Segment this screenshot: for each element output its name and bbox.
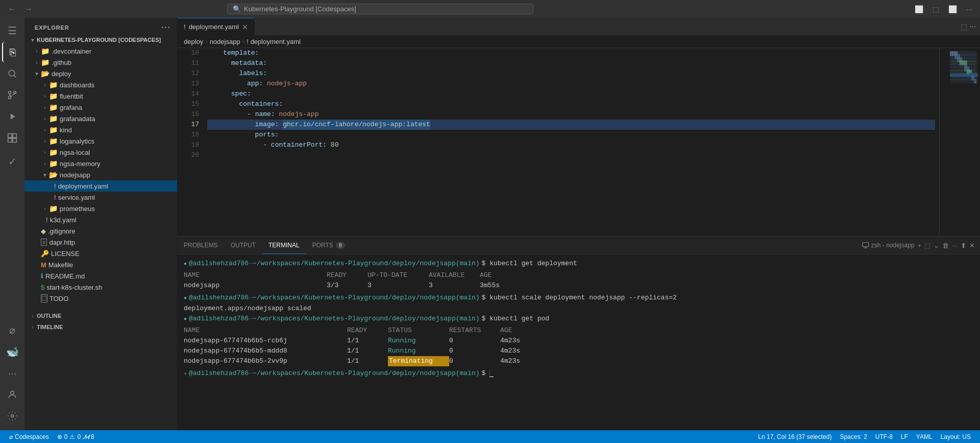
sidebar-item-dapr-http[interactable]: ≡ dapr.http xyxy=(24,237,177,248)
sidebar-item-makefile[interactable]: M Makefile xyxy=(24,259,177,270)
errors-count: 0 xyxy=(64,433,68,440)
nodejsapp-arrow-icon: ▼ xyxy=(41,172,49,178)
svg-rect-11 xyxy=(863,243,869,247)
terminal-more-button[interactable]: ··· xyxy=(952,242,958,249)
sidebar-item-grafana[interactable]: › 📁 grafana xyxy=(24,102,177,113)
run-debug-activity-button[interactable] xyxy=(2,106,22,127)
line-numbers: 10 11 12 13 14 15 16 17 18 19 20 xyxy=(178,48,203,236)
back-button[interactable]: ← xyxy=(5,4,19,15)
loganalytics-label: loganalytics xyxy=(60,137,94,145)
term-path-2: ~/workspaces/Kubernetes-Playground/deplo… xyxy=(253,293,456,303)
sidebar-item-loganalytics[interactable]: › 📁 loganalytics xyxy=(24,135,177,147)
tab-deployment-yaml[interactable]: ! deployment.yaml ✕ xyxy=(178,18,255,35)
sidebar-item-service-yaml[interactable]: ! service.yaml xyxy=(24,192,177,203)
split-editor-button[interactable]: ⬜ xyxy=(946,4,960,15)
terminal-content[interactable]: ● @adilshehzad786 → ~/workspaces/Kuberne… xyxy=(178,254,980,430)
sidebar-item-start-k8s[interactable]: $ start-k8s-cluster.sh xyxy=(24,282,177,293)
more-actions-button[interactable]: ··· xyxy=(964,4,975,15)
sidebar-item-ngsa-memory[interactable]: › 📁 ngsa-memory xyxy=(24,158,177,169)
codespaces-icon: ⌀ xyxy=(9,433,13,440)
tab-ports[interactable]: PORTS 8 xyxy=(306,237,352,254)
folder-icon: 📁 xyxy=(41,47,50,55)
pod-name-2: nodejsapp-677474b6b5-mddd8 xyxy=(184,346,347,356)
more-activity-button[interactable]: ··· xyxy=(2,363,22,383)
menu-activity-button[interactable]: ☰ xyxy=(2,20,22,41)
status-right: Ln 17, Col 16 (37 selected) Spaces: 2 UT… xyxy=(754,433,975,440)
status-spaces[interactable]: Spaces: 2 xyxy=(836,433,871,440)
sidebar-item-github[interactable]: › 📁 .github xyxy=(24,57,177,68)
tab-problems[interactable]: PROBLEMS xyxy=(178,237,225,254)
start-k8s-label: start-k8s-cluster.sh xyxy=(46,284,102,291)
terminal-instance-label: zsh - nodejsapp xyxy=(871,242,915,249)
terminal-final-prompt: ● @adilshehzad786 → ~/workspaces/Kuberne… xyxy=(184,368,974,379)
terminal-dropdown-button[interactable]: ⌄ xyxy=(934,242,939,249)
tab-output[interactable]: OUTPUT xyxy=(225,237,262,254)
term-arrow-3: → xyxy=(249,314,253,324)
panel-controls: zsh - nodejsapp + ⬚ ⌄ 🗑 ··· ⬆ ✕ xyxy=(862,242,980,249)
sidebar-item-kind[interactable]: › 📁 kind xyxy=(24,124,177,135)
code-content[interactable]: template: metadata: labels: app: nodejs-… xyxy=(203,48,939,236)
tab-more-button[interactable]: ··· xyxy=(969,22,976,31)
pod-restarts-3: 0 xyxy=(449,356,500,366)
sidebar-item-devcontainer[interactable]: › 📁 .devcontainer xyxy=(24,45,177,57)
tab-label: deployment.yaml xyxy=(189,23,239,31)
title-bar-right: ⬜ ⬚ ⬜ ··· xyxy=(912,4,975,15)
split-editor-button[interactable]: ⬚ xyxy=(961,22,967,31)
status-cursor[interactable]: Ln 17, Col 16 (37 selected) xyxy=(754,433,836,440)
sidebar-item-outline[interactable]: › OUTLINE xyxy=(24,310,177,321)
sidebar-item-license[interactable]: 🔑 LICENSE xyxy=(24,248,177,259)
settings-activity-button[interactable] xyxy=(2,406,22,426)
terminal-delete-button[interactable]: 🗑 xyxy=(942,242,949,249)
sidebar-more-button[interactable]: ··· xyxy=(161,23,171,32)
breadcrumb-deploy[interactable]: deploy xyxy=(184,38,203,45)
status-codespaces[interactable]: ⌀ Codespaces xyxy=(5,430,53,443)
terminal-icon xyxy=(862,242,869,249)
sidebar-item-readme[interactable]: ℹ README.md xyxy=(24,270,177,282)
breadcrumb-deployment-yaml[interactable]: deployment.yaml xyxy=(251,38,301,45)
add-terminal-button[interactable]: + xyxy=(918,242,922,249)
sidebar-item-dashboards[interactable]: › 📁 dashboards xyxy=(24,79,177,90)
account-activity-button[interactable] xyxy=(2,384,22,405)
layout-button[interactable]: ⬚ xyxy=(930,4,942,15)
service-yaml-warn-icon: ! xyxy=(54,194,56,201)
source-control-activity-button[interactable] xyxy=(2,85,22,105)
status-line-ending[interactable]: LF xyxy=(897,433,912,440)
sidebar-item-k3d-yaml[interactable]: ! k3d.yaml xyxy=(24,214,177,225)
sidebar-item-deploy[interactable]: ▼ 📂 deploy xyxy=(24,68,177,79)
nodejsapp-label: nodejsapp xyxy=(60,171,90,179)
check-activity-button[interactable]: ✓ xyxy=(2,151,22,172)
search-activity-button[interactable] xyxy=(2,63,22,84)
docker-activity-button[interactable]: 🐋 xyxy=(2,341,22,362)
status-encoding[interactable]: UTF-8 xyxy=(871,433,897,440)
terminal-close-button[interactable]: ✕ xyxy=(969,242,975,249)
folder-icon: 📁 xyxy=(49,159,58,168)
search-bar[interactable]: 🔍 Kubernetes-Playground [Codespaces] xyxy=(227,4,533,14)
tab-close-button[interactable]: ✕ xyxy=(242,23,248,31)
sidebar-item-root[interactable]: ▼ KUBERNETES-PLAYGROUND [CODESPACES] xyxy=(24,34,177,45)
status-language[interactable]: YAML xyxy=(912,433,937,440)
terminal-split-button[interactable]: ⬚ xyxy=(924,242,930,249)
folder-open-icon: 📂 xyxy=(49,171,58,179)
sidebar-item-prometheus[interactable]: › 📁 prometheus xyxy=(24,203,177,214)
forward-button[interactable]: → xyxy=(21,4,36,15)
remote-activity-button[interactable]: ⌀ xyxy=(2,320,22,340)
sidebar-item-grafanadata[interactable]: › 📁 grafanadata xyxy=(24,113,177,124)
sidebar-item-ngsa-local[interactable]: › 📁 ngsa-local xyxy=(24,147,177,158)
status-layout[interactable]: Layout: US xyxy=(937,433,975,440)
sidebar-item-deployment-yaml[interactable]: ! deployment.yaml xyxy=(24,180,177,192)
explorer-activity-button[interactable]: ⎘ xyxy=(2,42,22,62)
tab-terminal[interactable]: TERMINAL xyxy=(262,237,306,254)
sidebar-item-nodejsapp[interactable]: ▼ 📂 nodejsapp xyxy=(24,169,177,180)
folder-icon: 📁 xyxy=(49,148,58,156)
breadcrumb-nodejsapp[interactable]: nodejsapp xyxy=(210,38,240,45)
extensions-activity-button[interactable] xyxy=(2,128,22,148)
sidebar-item-fluentbit[interactable]: › 📁 fluentbit xyxy=(24,90,177,102)
sidebar-item-timeline[interactable]: › TIMELINE xyxy=(24,321,177,333)
status-errors[interactable]: ⊗ 0 ⚠ 0 𝓜 8 xyxy=(53,430,99,443)
terminal-maximize-button[interactable]: ⬆ xyxy=(961,242,966,249)
kind-arrow-icon: › xyxy=(41,127,49,133)
sidebar-item-gitignore[interactable]: ◆ .gitignore xyxy=(24,225,177,237)
sidebar-item-todo[interactable]: ☐ TODO xyxy=(24,293,177,304)
sidebar-toggle-button[interactable]: ⬜ xyxy=(912,4,926,15)
code-line-20 xyxy=(207,150,935,160)
